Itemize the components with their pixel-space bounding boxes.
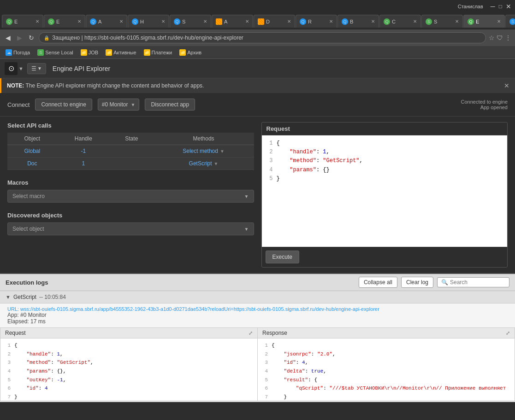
bookmark-active-icon: 📁 [106,49,112,56]
execute-btn[interactable]: Execute [266,251,299,263]
bookmark-job[interactable]: 📁 JOB [79,48,100,57]
menu-btn[interactable]: ☰ ▼ [27,63,46,74]
api-calls-table: Object Handle State Methods Global -1 Se… [7,133,254,170]
tab-close-12[interactable]: ✕ [497,19,501,24]
more-btn[interactable]: ⋮ [505,34,511,41]
methods-global: Select method ▼ [154,145,254,158]
tab-close-10[interactable]: ✕ [413,19,417,24]
request-panel: Request 1 { 2 "handle": 1, 3 "method": "… [261,122,508,268]
log-entry-chevron: ▼ [6,294,11,300]
back-btn[interactable]: ◀ [4,33,12,42]
tab-close-4[interactable]: ✕ [161,19,165,24]
tab-close-1[interactable]: ✕ [36,19,39,24]
bookmark-star-btn[interactable]: ☆ [489,34,495,41]
macros-section: Macros Select macro ▼ [7,179,254,203]
tab-5[interactable]: Q S ✕ [170,15,211,28]
log-entry: ▼ GetScript -- 10:05:84 URL: wss://sbt-o… [0,291,515,401]
method-arrow-doc: ▼ [214,161,219,166]
bookmark-payments[interactable]: 📁 Платежи [142,48,174,57]
address-text: Защищено | https://sbt-ouiefs-0105.sigma… [52,35,243,41]
macro-select[interactable]: Select macro ▼ [7,190,254,203]
col-object: Object [7,133,57,145]
tab-close-2[interactable]: ✕ [77,19,81,24]
method-arrow-global: ▼ [220,149,225,154]
tab-6[interactable]: A ✕ [212,15,253,28]
close-btn[interactable]: ✕ [506,3,511,10]
object-select-label: Select object [12,226,44,232]
tab-icon-4: Q [132,18,138,25]
macro-select-label: Select macro [12,193,45,199]
note-close-btn[interactable]: ✕ [504,82,509,89]
tab-13[interactable]: S # ✕ [505,15,515,28]
tab-icon-5: Q [174,18,180,25]
log-entry-meta: URL: wss://sbt-ouiefs-0105.sigma.sbrf.ru… [0,303,515,327]
tab-7[interactable]: D ✕ [254,15,295,28]
tab-12[interactable]: Q E ✕ [463,15,505,28]
clear-log-btn[interactable]: Clear log [401,277,433,288]
method-select-doc[interactable]: GetScript [189,160,212,167]
tab-icon-6 [216,18,222,25]
menu-arrow: ▼ [37,66,42,71]
tab-icon-7 [258,18,264,25]
log-entry-header[interactable]: ▼ GetScript -- 10:05:84 [0,291,515,303]
shield-btn[interactable]: 🛡 [497,34,503,41]
method-select-global[interactable]: Select method [183,148,218,154]
app-title: Engine API Explorer [53,65,110,72]
search-input[interactable] [450,279,505,286]
tab-3[interactable]: Q A ✕ [86,15,127,28]
bookmark-archive[interactable]: 📁 Архив [178,48,203,57]
log-request-expand[interactable]: ⤢ [249,330,253,336]
tab-close-3[interactable]: ✕ [119,19,123,24]
log-response-panel: Response ⤢ 1{ 2 "jsonrpc": "2.0", 3 "id"… [258,327,515,401]
log-response-title: Response ⤢ [258,328,515,338]
tab-1[interactable]: Q E ✕ [2,15,43,28]
handle-global[interactable]: -1 [57,145,110,158]
refresh-btn[interactable]: ↻ [27,33,36,42]
tab-close-11[interactable]: ✕ [455,19,459,24]
object-global[interactable]: Global [7,145,57,158]
tab-close-6[interactable]: ✕ [245,19,249,24]
bookmark-sense[interactable]: S Sense Local [36,48,75,57]
handle-doc[interactable]: 1 [57,158,110,170]
col-handle: Handle [57,133,110,145]
monitor-select[interactable]: #0 Monitor ▼ [98,99,140,111]
tab-close-9[interactable]: ✕ [371,19,375,24]
bookmark-weather[interactable]: ☁ Погода [4,48,32,57]
search-box[interactable]: 🔍 [437,277,509,287]
state-doc [110,158,154,170]
bookmark-payments-icon: 📁 [144,49,150,56]
bookmark-active[interactable]: 📁 Активные [104,48,138,57]
tab-4[interactable]: Q H ✕ [128,15,169,28]
address-bar: ◀ ▶ ↻ 🔒 Защищено | https://sbt-ouiefs-01… [0,29,515,46]
forward-btn[interactable]: ▶ [15,33,24,42]
bookmark-weather-icon: ☁ [6,49,12,56]
code-line-5: 5 } [266,175,504,183]
disconnect-app-btn[interactable]: Disconnect app [145,99,195,111]
browser-chrome: Станислав ─ □ ✕ Q E ✕ Q E ✕ Q A ✕ Q H ✕ [0,0,515,59]
minimize-btn[interactable]: ─ [491,3,495,10]
app-logo-btn[interactable]: ⊙ ▼ [5,62,24,75]
object-select[interactable]: Select object ▼ [7,222,254,235]
address-input[interactable]: 🔒 Защищено | https://sbt-ouiefs-0105.sig… [39,32,486,43]
bookmark-job-icon: 📁 [81,49,87,56]
bookmark-archive-icon: 📁 [179,49,186,56]
tab-8[interactable]: Q R ✕ [296,15,337,28]
collapse-all-btn[interactable]: Collapse all [359,277,397,288]
tab-9[interactable]: Q B ✕ [337,15,379,28]
object-doc[interactable]: Doc [7,158,57,170]
connect-status: Connected to engine App opened [461,99,508,110]
tab-close-7[interactable]: ✕ [287,19,291,24]
connect-to-engine-btn[interactable]: Connect to engine [35,99,92,111]
maximize-btn[interactable]: □ [499,3,502,10]
tab-close-5[interactable]: ✕ [203,19,207,24]
logo-dropdown-icon: ▼ [18,66,24,71]
tab-10[interactable]: Q C ✕ [379,15,421,28]
tab-close-8[interactable]: ✕ [329,19,333,24]
tab-11[interactable]: S S ✕ [421,15,463,28]
log-response-expand[interactable]: ⤢ [506,330,510,336]
tab-bar: Q E ✕ Q E ✕ Q A ✕ Q H ✕ Q S ✕ A ✕ [0,13,515,29]
tab-icon-8: Q [300,18,306,25]
search-icon: 🔍 [441,279,448,286]
monitor-select-label: #0 Monitor [102,101,128,108]
tab-2[interactable]: Q E ✕ [44,15,85,28]
